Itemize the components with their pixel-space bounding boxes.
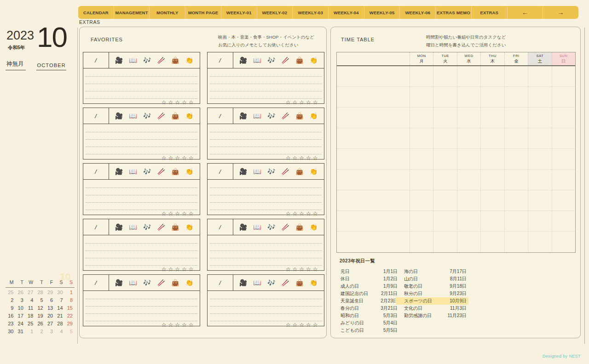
- tab-extras-memo[interactable]: EXTRAS MEMO: [435, 6, 471, 19]
- memo-line[interactable]: [86, 299, 197, 307]
- date-field[interactable]: /: [208, 108, 233, 124]
- musical-notes-icon[interactable]: 🎶: [143, 168, 151, 175]
- movie-camera-icon[interactable]: 🎥: [115, 168, 123, 175]
- calendar-day[interactable]: 22: [65, 313, 75, 321]
- calendar-day[interactable]: 21: [55, 313, 64, 321]
- timetable-cell[interactable]: [433, 211, 456, 231]
- calendar-day[interactable]: 27: [45, 321, 55, 329]
- calendar-day[interactable]: 27: [25, 290, 35, 297]
- handbag-icon[interactable]: 👜: [171, 57, 179, 64]
- musical-notes-icon[interactable]: 🎶: [267, 279, 275, 286]
- handbag-icon[interactable]: 👜: [295, 223, 303, 231]
- memo-line[interactable]: [210, 195, 322, 203]
- musical-notes-icon[interactable]: 🎶: [267, 57, 275, 64]
- open-book-icon[interactable]: 📖: [253, 168, 261, 175]
- rating-stars[interactable]: ☆☆☆☆☆: [83, 210, 200, 217]
- date-field[interactable]: /: [83, 275, 109, 290]
- timetable-cell[interactable]: [337, 108, 410, 128]
- timetable-cell[interactable]: [457, 170, 480, 190]
- movie-camera-icon[interactable]: 🎥: [115, 57, 123, 64]
- open-book-icon[interactable]: 📖: [129, 112, 137, 119]
- timetable-cell[interactable]: [337, 170, 410, 190]
- timetable-cell[interactable]: [457, 190, 480, 210]
- memo-line[interactable]: [86, 203, 197, 210]
- timetable-cell[interactable]: [433, 149, 456, 169]
- tab-weekly-04[interactable]: WEEKLY-04: [328, 6, 364, 19]
- movie-camera-icon[interactable]: 🎥: [239, 168, 247, 175]
- calendar-day[interactable]: 7: [55, 297, 64, 305]
- tab-weekly-01[interactable]: WEEKLY-01: [221, 6, 257, 19]
- timetable-cell[interactable]: [504, 232, 528, 252]
- timetable-cell[interactable]: [528, 232, 551, 252]
- memo-line[interactable]: [86, 244, 197, 251]
- timetable-cell[interactable]: [480, 108, 504, 128]
- clapping-hands-icon[interactable]: 👏: [185, 112, 193, 119]
- musical-notes-icon[interactable]: 🎶: [267, 112, 275, 119]
- calendar-day[interactable]: 4: [25, 297, 35, 305]
- calendar-day[interactable]: 8: [65, 297, 75, 305]
- timetable-cell[interactable]: [433, 128, 456, 148]
- date-field[interactable]: /: [83, 108, 109, 124]
- rating-stars[interactable]: ☆☆☆☆☆: [208, 154, 324, 161]
- timetable-cell[interactable]: [504, 211, 528, 231]
- memo-line[interactable]: [210, 84, 322, 91]
- timetable-cell[interactable]: [480, 170, 504, 190]
- open-book-icon[interactable]: 📖: [129, 57, 137, 64]
- chopsticks-icon[interactable]: 🥢: [282, 279, 289, 286]
- calendar-day[interactable]: 10: [15, 305, 25, 313]
- timetable-cell[interactable]: [433, 108, 456, 128]
- timetable-cell[interactable]: [457, 211, 480, 231]
- memo-line[interactable]: [210, 236, 322, 244]
- calendar-day[interactable]: 28: [35, 290, 45, 297]
- handbag-icon[interactable]: 👜: [295, 112, 303, 119]
- calendar-day[interactable]: 20: [45, 313, 55, 321]
- timetable-cell[interactable]: [504, 87, 528, 107]
- handbag-icon[interactable]: 👜: [295, 57, 303, 64]
- timetable-cell[interactable]: [528, 149, 551, 169]
- timetable-cell[interactable]: [457, 149, 480, 169]
- memo-line[interactable]: [86, 258, 197, 266]
- calendar-day[interactable]: 29: [45, 290, 55, 297]
- timetable-cell[interactable]: [337, 190, 410, 210]
- movie-camera-icon[interactable]: 🎥: [239, 112, 247, 119]
- next-page-arrow[interactable]: →: [543, 6, 578, 19]
- memo-line[interactable]: [210, 132, 322, 140]
- timetable-cell[interactable]: [528, 87, 551, 107]
- tab-weekly-03[interactable]: WEEKLY-03: [292, 6, 328, 19]
- timetable-cell[interactable]: [410, 108, 433, 128]
- memo-line[interactable]: [86, 251, 197, 258]
- memo-line[interactable]: [86, 132, 197, 140]
- clapping-hands-icon[interactable]: 👏: [310, 223, 318, 231]
- calendar-day[interactable]: 12: [35, 305, 45, 313]
- date-field[interactable]: /: [208, 52, 233, 68]
- date-field[interactable]: /: [83, 164, 109, 179]
- timetable-cell[interactable]: [480, 66, 504, 86]
- timetable-cell[interactable]: [552, 128, 575, 148]
- calendar-day[interactable]: 15: [65, 305, 75, 313]
- memo-line[interactable]: [86, 140, 197, 147]
- date-field[interactable]: /: [83, 52, 109, 68]
- calendar-day[interactable]: 24: [15, 321, 25, 329]
- open-book-icon[interactable]: 📖: [253, 112, 261, 119]
- calendar-day[interactable]: 3: [45, 329, 55, 336]
- tab-calendar[interactable]: CALENDAR: [78, 6, 114, 19]
- memo-line[interactable]: [210, 188, 322, 195]
- calendar-day[interactable]: 26: [15, 290, 25, 297]
- chopsticks-icon[interactable]: 🥢: [157, 279, 165, 286]
- calendar-day[interactable]: 11: [25, 305, 35, 313]
- movie-camera-icon[interactable]: 🎥: [115, 223, 123, 231]
- open-book-icon[interactable]: 📖: [253, 279, 261, 286]
- chopsticks-icon[interactable]: 🥢: [157, 168, 165, 175]
- calendar-day[interactable]: 19: [35, 313, 45, 321]
- tab-weekly-05[interactable]: WEEKLY-05: [364, 6, 400, 19]
- clapping-hands-icon[interactable]: 👏: [185, 223, 193, 231]
- movie-camera-icon[interactable]: 🎥: [239, 57, 247, 64]
- timetable-cell[interactable]: [410, 66, 433, 86]
- timetable-cell[interactable]: [337, 211, 410, 231]
- timetable-cell[interactable]: [552, 232, 575, 252]
- timetable-cell[interactable]: [337, 87, 410, 107]
- calendar-day[interactable]: 28: [55, 321, 64, 329]
- memo-line[interactable]: [86, 188, 197, 195]
- timetable-cell[interactable]: [552, 108, 575, 128]
- clapping-hands-icon[interactable]: 👏: [185, 279, 193, 286]
